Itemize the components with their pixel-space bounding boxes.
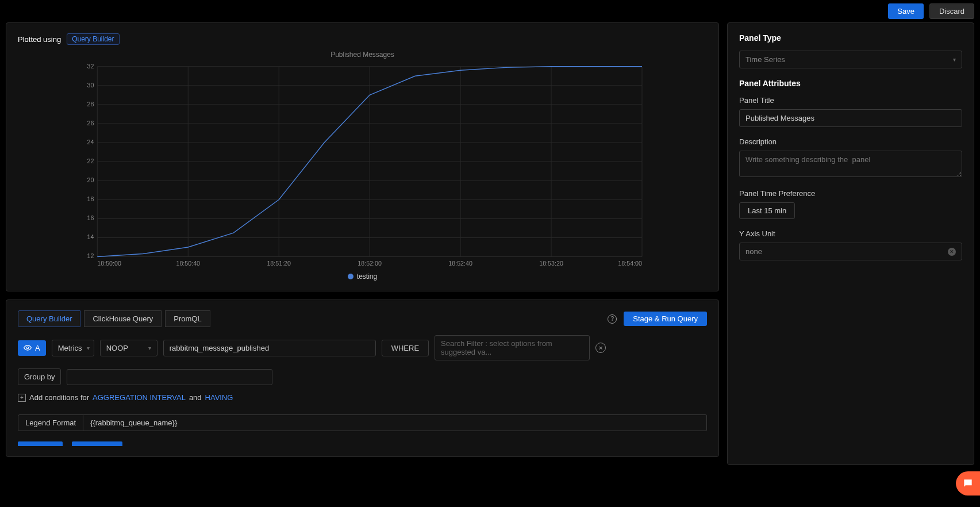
filter-input[interactable]: Search Filter : select options from sugg…	[435, 335, 590, 360]
panel-title-input[interactable]	[739, 109, 962, 127]
legend-format-input[interactable]	[83, 414, 707, 431]
description-textarea[interactable]	[739, 151, 962, 177]
description-label: Description	[739, 137, 962, 146]
partial-button-2[interactable]	[72, 441, 122, 446]
svg-text:14: 14	[87, 233, 94, 240]
svg-text:18:50:40: 18:50:40	[176, 260, 200, 267]
panel-title-label: Panel Title	[739, 96, 962, 105]
svg-text:20: 20	[87, 176, 94, 183]
y-axis-unit-label: Y Axis Unit	[739, 229, 962, 238]
having-link[interactable]: HAVING	[205, 393, 233, 402]
plotted-using-label: Plotted using	[18, 35, 61, 44]
y-axis-unit-select[interactable]: none ✕	[739, 243, 962, 260]
chevron-down-icon: ▾	[87, 345, 90, 351]
svg-text:28: 28	[87, 101, 94, 107]
svg-text:18: 18	[87, 195, 94, 202]
add-conditions-row[interactable]: + Add conditions for AGGREGATION INTERVA…	[18, 393, 707, 402]
save-button[interactable]: Save	[888, 3, 924, 19]
line-chart-svg: 1214161820222426283032 18:50:0018:50:401…	[18, 61, 707, 268]
groupby-input[interactable]	[67, 369, 272, 385]
svg-text:26: 26	[87, 120, 94, 126]
svg-text:18:50:00: 18:50:00	[97, 260, 121, 267]
metric-name-input[interactable]: rabbitmq_message_published	[163, 340, 376, 356]
svg-text:18:54:00: 18:54:00	[618, 260, 642, 267]
chevron-down-icon: ▾	[953, 56, 956, 63]
query-series-toggle[interactable]: A	[18, 340, 46, 356]
tab-query-builder[interactable]: Query Builder	[18, 310, 80, 327]
remove-filter-icon[interactable]: ✕	[595, 343, 606, 353]
svg-text:30: 30	[87, 82, 94, 89]
eye-icon	[24, 344, 32, 352]
query-panel: Query Builder ClickHouse Query PromQL ? …	[6, 299, 719, 457]
chevron-down-icon: ▾	[148, 345, 151, 351]
groupby-label: Group by	[18, 368, 61, 385]
svg-text:22: 22	[87, 158, 94, 164]
chart-title: Published Messages	[18, 51, 707, 59]
chat-icon	[962, 478, 974, 489]
panel-settings: Panel Type Time Series ▾ Panel Attribute…	[727, 22, 974, 465]
svg-text:32: 32	[87, 63, 94, 70]
chart-area[interactable]: 1214161820222426283032 18:50:0018:50:401…	[18, 61, 707, 268]
chat-widget-icon[interactable]	[956, 471, 980, 496]
svg-text:16: 16	[87, 214, 94, 221]
help-icon[interactable]: ?	[608, 314, 617, 324]
stage-run-query-button[interactable]: Stage & Run Query	[624, 312, 707, 326]
time-preference-label: Panel Time Preference	[739, 189, 962, 198]
panel-type-heading: Panel Type	[739, 33, 962, 43]
legend-format-label: Legend Format	[18, 414, 83, 431]
svg-text:18:52:00: 18:52:00	[358, 260, 382, 267]
aggregation-interval-link[interactable]: AGGREGATION INTERVAL	[93, 393, 186, 402]
panel-attributes-heading: Panel Attributes	[739, 79, 962, 88]
svg-text:24: 24	[87, 139, 94, 145]
tab-promql[interactable]: PromQL	[165, 310, 210, 327]
metric-mode-select[interactable]: Metrics ▾	[52, 340, 94, 356]
query-builder-badge[interactable]: Query Builder	[67, 33, 119, 45]
plus-icon: +	[18, 394, 26, 402]
partial-button-1[interactable]	[18, 441, 63, 446]
svg-text:12: 12	[87, 252, 94, 259]
legend-dot-icon	[348, 274, 353, 279]
discard-button[interactable]: Discard	[929, 3, 974, 19]
legend-series-name: testing	[357, 272, 377, 281]
panel-type-select[interactable]: Time Series ▾	[739, 51, 962, 68]
svg-text:18:52:40: 18:52:40	[448, 260, 472, 267]
top-bar: Save Discard	[0, 0, 980, 22]
chart-legend: testing	[18, 272, 707, 281]
svg-text:18:53:20: 18:53:20	[539, 260, 563, 267]
where-label: WHERE	[382, 340, 429, 356]
svg-point-36	[26, 347, 29, 349]
tab-clickhouse-query[interactable]: ClickHouse Query	[84, 310, 162, 327]
aggregation-select[interactable]: NOOP ▾	[100, 340, 157, 356]
clear-icon[interactable]: ✕	[948, 248, 956, 256]
chart-panel: Plotted using Query Builder Published Me…	[6, 22, 719, 291]
svg-text:18:51:20: 18:51:20	[267, 260, 291, 267]
time-preference-button[interactable]: Last 15 min	[739, 202, 795, 219]
